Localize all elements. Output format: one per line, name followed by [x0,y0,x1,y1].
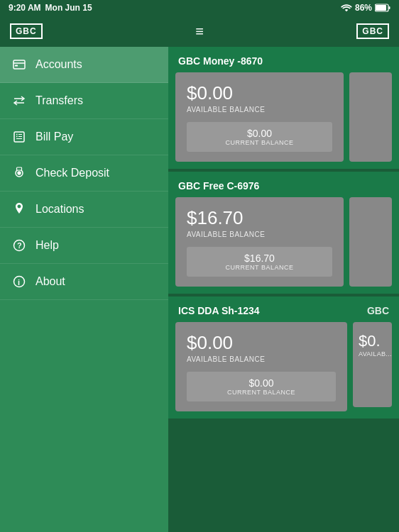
transfers-svg-icon [13,94,26,107]
wifi-icon [341,4,352,12]
available-balance-amount-0: $0.00 [187,82,332,104]
account-header-0[interactable]: GBC Money -8670 [168,47,399,72]
svg-point-15 [18,172,21,174]
account-card-main-1[interactable]: $16.70 AVAILABLE BALANCE $16.70 CURRENT … [175,197,344,287]
transfers-icon [11,93,27,109]
svg-text:i: i [18,278,20,287]
billpay-svg-icon [13,131,26,143]
account-card-narrow-1 [349,197,392,287]
locations-icon [11,201,27,217]
available-balance-amount-1: $16.70 [187,207,332,229]
help-icon: ? [11,238,27,253]
locations-svg-icon [13,203,25,216]
available-balance-label-0: AVAILABLE BALANCE [187,106,332,113]
sidebar-item-about[interactable]: i About [0,264,168,300]
status-time: 9:20 AM [9,3,41,13]
account-card-main-2[interactable]: $0.00 AVAILABLE BALANCE $0.00 CURRENT BA… [175,322,347,411]
accounts-icon [11,57,27,72]
account-header-1[interactable]: GBC Free C-6976 [168,172,399,197]
sidebar-item-transfers[interactable]: Transfers [0,83,168,119]
status-bar-left: 9:20 AM Mon Jun 15 [9,3,92,13]
account-cards-row-2: $0.00 AVAILABLE BALANCE $0.00 CURRENT BA… [168,322,399,419]
account-section-0: GBC Money -8670 $0.00 AVAILABLE BALANCE … [168,47,399,169]
sidebar-help-label: Help [35,239,59,252]
sidebar-checkdeposit-label: Check Deposit [35,167,109,179]
nav-logo-right[interactable]: GBC [356,23,389,39]
account-header-2: ICS DDA Sh-1234 GBC [168,297,399,322]
main-content: GBC Money -8670 $0.00 AVAILABLE BALANCE … [168,47,399,532]
nav-bar: GBC ≡ GBC [0,16,399,47]
help-svg-icon: ? [13,239,26,252]
checkdeposit-icon [11,165,27,181]
sidebar-item-help[interactable]: ? Help [0,228,168,264]
partial-account-name[interactable]: GBC [367,305,389,316]
account-section-1: GBC Free C-6976 $16.70 AVAILABLE BALANCE… [168,172,399,294]
sidebar: Accounts Transfers [0,47,168,532]
current-balance-label-0: CURRENT BALANCE [195,139,324,146]
account-card-narrow-0 [349,72,392,162]
available-balance-label-2: AVAILABLE BALANCE [187,355,336,363]
current-balance-box-2: $0.00 CURRENT BALANCE [187,372,336,401]
svg-rect-3 [13,60,25,69]
account-name-2[interactable]: ICS DDA Sh-1234 [178,305,260,316]
current-balance-label-1: CURRENT BALANCE [195,264,324,271]
account-section-2: ICS DDA Sh-1234 GBC $0.00 AVAILABLE BALA… [168,297,399,419]
available-balance-label-1: AVAILABLE BALANCE [187,231,332,238]
current-balance-label-2: CURRENT BALANCE [195,389,327,396]
about-svg-icon: i [13,275,26,288]
accounts-svg-icon [13,58,26,71]
sidebar-accounts-label: Accounts [35,58,82,71]
about-icon: i [11,274,27,289]
sidebar-billpay-label: Bill Pay [35,131,73,143]
available-balance-amount-2: $0.00 [187,332,336,354]
hamburger-menu-button[interactable]: ≡ [195,24,204,38]
svg-rect-5 [15,65,18,67]
app-body: Accounts Transfers [0,47,399,532]
checkdeposit-svg-icon [13,167,26,179]
sidebar-locations-label: Locations [35,203,84,216]
svg-rect-1 [376,5,386,11]
svg-text:?: ? [17,241,22,250]
sidebar-item-checkdeposit[interactable]: Check Deposit [0,155,168,192]
status-date: Mon Jun 15 [45,3,92,13]
svg-rect-16 [17,167,22,170]
sidebar-item-locations[interactable]: Locations [0,192,168,228]
current-balance-amount-0: $0.00 [195,128,324,139]
sidebar-item-accounts[interactable]: Accounts [0,47,168,83]
current-balance-box-0: $0.00 CURRENT BALANCE [187,122,332,152]
billpay-icon [11,129,27,145]
battery-level: 86% [355,3,372,13]
sidebar-item-billpay[interactable]: Bill Pay [0,119,168,155]
status-bar-right: 86% [341,3,390,13]
account-card-main-0[interactable]: $0.00 AVAILABLE BALANCE $0.00 CURRENT BA… [175,72,344,162]
nav-logo-left[interactable]: GBC [10,23,43,39]
status-bar: 9:20 AM Mon Jun 15 86% [0,0,399,16]
partial-account-card: $0. AVAILAB... [353,322,392,411]
account-cards-row-0: $0.00 AVAILABLE BALANCE $0.00 CURRENT BA… [168,72,399,169]
sidebar-about-label: About [35,275,65,288]
account-cards-row-1: $16.70 AVAILABLE BALANCE $16.70 CURRENT … [168,197,399,294]
svg-rect-2 [389,6,390,9]
current-balance-amount-2: $0.00 [195,377,327,389]
current-balance-amount-1: $16.70 [195,253,324,264]
battery-icon [375,4,390,12]
current-balance-box-1: $16.70 CURRENT BALANCE [187,247,332,277]
sidebar-transfers-label: Transfers [35,94,83,107]
